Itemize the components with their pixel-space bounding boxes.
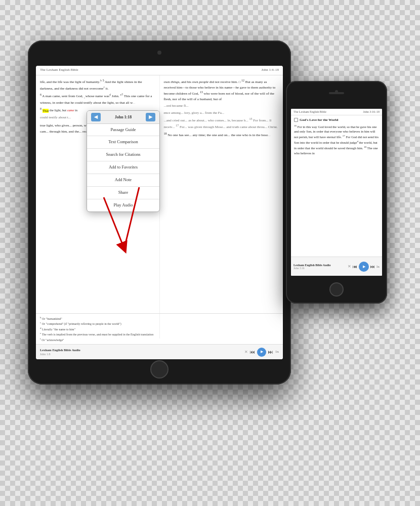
footnote-f: f Or "acknowledge" bbox=[40, 337, 279, 342]
phone-checkbox bbox=[294, 118, 298, 122]
phone-header-left: The Lexham English Bible bbox=[293, 110, 326, 113]
phone-audio-play-btn[interactable] bbox=[359, 262, 369, 272]
tablet-audio-play-btn[interactable] bbox=[257, 348, 266, 357]
phone-audio-controls: ✕ ⏮ ⏭ 1x bbox=[348, 262, 380, 272]
footnote-e: e The verb is implied from the previous … bbox=[40, 331, 279, 336]
popup-item-search-citations[interactable]: Search for Citations bbox=[87, 149, 159, 161]
footnote-d: d Literally "the name to him" bbox=[40, 326, 279, 331]
popup-item-text-comparison[interactable]: Text Comparison bbox=[87, 136, 159, 149]
popup-menu[interactable]: ◀ John 1:18 ▶ Passage Guide Text Compari… bbox=[87, 110, 160, 212]
phone-screen-container: The Lexham English Bible John 3:16–18 Go… bbox=[291, 109, 382, 276]
popup-nav-next[interactable]: ▶ bbox=[146, 113, 155, 121]
phone-speaker bbox=[329, 92, 344, 94]
phone-text1: 16 For in this way God loved the world, … bbox=[294, 124, 379, 156]
tablet-audio-forward[interactable]: ⏭ bbox=[268, 349, 273, 356]
footnote-b: b Or "humankind" bbox=[40, 316, 279, 321]
tablet-camera bbox=[157, 51, 161, 55]
scene: The Lexham English Bible John 1:4–18 lif… bbox=[13, 20, 407, 486]
phone-section-label: God's Love for the World bbox=[300, 117, 338, 123]
tablet-screen-container: The Lexham English Bible John 1:4–18 lif… bbox=[36, 66, 283, 359]
popup-item-share[interactable]: Share bbox=[87, 187, 159, 199]
tablet-screen: The Lexham English Bible John 1:4–18 lif… bbox=[36, 66, 283, 359]
tablet-audio-info: Lexham English Bible Audio John 1:8 bbox=[40, 348, 241, 356]
popup-arrow-up bbox=[119, 110, 128, 111]
tablet-audio-controls: ✕ ⏮ ⏭ 1x bbox=[244, 348, 279, 357]
tablet-header-right: John 1:4–18 bbox=[262, 68, 279, 73]
phone-header: The Lexham English Bible John 3:16–18 bbox=[291, 109, 382, 115]
phone-audio-rewind[interactable]: ⏮ bbox=[353, 264, 357, 269]
popup-item-play-audio[interactable]: Play Audio bbox=[87, 199, 159, 212]
popup-title: John 1:18 bbox=[115, 114, 132, 120]
footnotes: b Or "humankind" c Or "comprehend" (if "… bbox=[36, 313, 283, 344]
popup-header: ◀ John 1:18 ▶ bbox=[87, 111, 159, 124]
phone-section-title: God's Love for the World bbox=[294, 117, 379, 123]
phone-audio-subtitle: John 3:16 bbox=[293, 267, 346, 270]
popup-item-passage-guide[interactable]: Passage Guide bbox=[87, 124, 159, 137]
tablet-header: The Lexham English Bible John 1:4–18 bbox=[36, 66, 283, 75]
tablet-home-button[interactable] bbox=[150, 360, 169, 378]
phone-audio-close[interactable]: ✕ bbox=[348, 264, 351, 269]
phone-screen: The Lexham English Bible John 3:16–18 Go… bbox=[291, 109, 382, 276]
tablet-header-left: The Lexham English Bible bbox=[40, 68, 78, 73]
phone-audio-info: Lexham English Bible Audio John 3:16 bbox=[293, 264, 346, 270]
tablet-audio-title: Lexham English Bible Audio bbox=[40, 348, 241, 352]
tablet-audio-speed[interactable]: 1x bbox=[275, 350, 279, 355]
tablet-audio-bar: Lexham English Bible Audio John 1:8 ✕ ⏮ … bbox=[36, 344, 283, 359]
phone-audio-bar: Lexham English Bible Audio John 3:16 ✕ ⏮… bbox=[291, 257, 382, 276]
popup-item-add-note[interactable]: Add Note bbox=[87, 174, 159, 187]
phone-audio-forward[interactable]: ⏭ bbox=[370, 264, 375, 269]
phone-audio-speed[interactable]: 1x bbox=[376, 265, 380, 268]
phone-home-button[interactable] bbox=[329, 282, 344, 297]
phone: The Lexham English Bible John 3:16–18 Go… bbox=[286, 81, 387, 304]
footnote-c: c Or "comprehend" (if "primarily referri… bbox=[40, 321, 279, 326]
tablet-audio-rewind[interactable]: ⏮ bbox=[250, 349, 255, 356]
popup-nav-prev[interactable]: ◀ bbox=[91, 113, 101, 121]
popup-item-add-favorites[interactable]: Add to Favorites bbox=[87, 161, 159, 174]
phone-content: God's Love for the World 16 For in this … bbox=[291, 115, 382, 262]
tablet: The Lexham English Bible John 1:4–18 lif… bbox=[28, 40, 291, 385]
tablet-audio-close[interactable]: ✕ bbox=[244, 349, 248, 355]
tablet-col-right: own things, and his own people did not r… bbox=[160, 75, 283, 339]
phone-header-right: John 3:16–18 bbox=[363, 110, 380, 113]
tablet-audio-subtitle: John 1:8 bbox=[40, 352, 241, 356]
